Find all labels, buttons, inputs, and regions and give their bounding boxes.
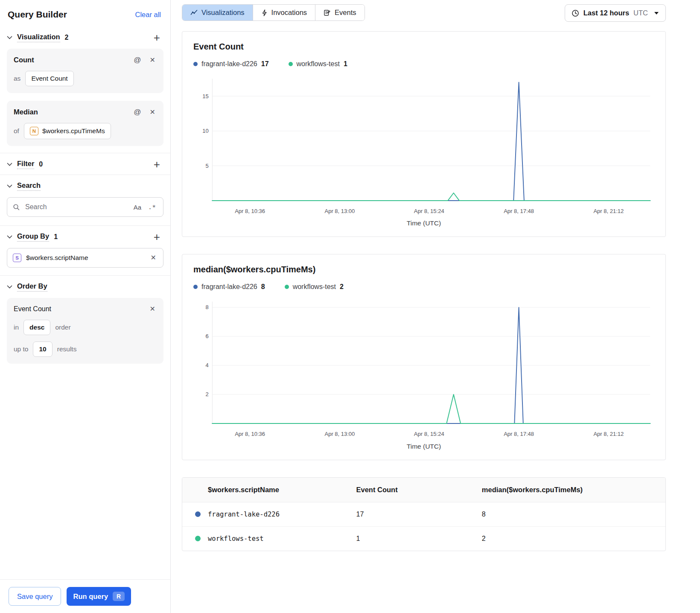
svg-text:Apr 8, 17:48: Apr 8, 17:48 bbox=[504, 431, 534, 437]
legend-series-name: workflows-test bbox=[297, 60, 340, 68]
of-label: of bbox=[14, 127, 19, 135]
table-header-row: $workers.scriptName Event Count median($… bbox=[182, 478, 665, 502]
order-label: order bbox=[55, 324, 70, 331]
chevron-down-icon[interactable] bbox=[7, 163, 12, 166]
add-visualization-button[interactable]: + bbox=[153, 34, 161, 41]
svg-text:Apr 8, 13:00: Apr 8, 13:00 bbox=[324, 208, 355, 214]
chart-legend: fragrant-lake-d226 17 workflows-test 1 bbox=[193, 60, 654, 68]
legend-series-value: 17 bbox=[261, 60, 269, 68]
chevron-down-icon[interactable] bbox=[7, 36, 12, 39]
tab-invocations[interactable]: Invocations bbox=[253, 5, 315, 20]
filter-section-label: Filter bbox=[17, 160, 34, 169]
add-filter-button[interactable]: + bbox=[153, 161, 161, 168]
remove-median-icon[interactable]: ✕ bbox=[149, 108, 157, 117]
event-count-value: 1 bbox=[356, 535, 482, 543]
group-by-field-value: $workers.scriptName bbox=[26, 254, 145, 262]
run-query-button[interactable]: Run query R bbox=[67, 587, 131, 606]
legend-item[interactable]: workflows-test 1 bbox=[289, 60, 347, 68]
order-direction-selector[interactable]: desc bbox=[23, 320, 50, 335]
search-input[interactable] bbox=[24, 203, 128, 211]
page-title: Query Builder bbox=[8, 9, 67, 20]
clear-all-button[interactable]: Clear all bbox=[135, 11, 161, 19]
as-label: as bbox=[14, 75, 20, 82]
median-field-selector[interactable]: N $workers.cpuTimeMs bbox=[24, 123, 111, 139]
result-limit-field[interactable]: 10 bbox=[33, 342, 52, 357]
legend-series-value: 8 bbox=[261, 283, 265, 291]
tab-events-label: Events bbox=[335, 9, 356, 17]
match-case-icon[interactable]: Aa bbox=[132, 203, 143, 212]
visualization-card-median: Median @ ✕ of N $workers.cpuTimeMs bbox=[7, 101, 163, 146]
svg-text:8: 8 bbox=[205, 304, 208, 311]
tab-visualizations[interactable]: Visualizations bbox=[182, 5, 253, 20]
order-by-field: Event Count bbox=[14, 305, 143, 313]
legend-dot bbox=[193, 62, 198, 66]
up-to-label: up to bbox=[14, 345, 28, 353]
order-by-section-header: Order By bbox=[0, 276, 170, 297]
chevron-down-icon[interactable] bbox=[7, 285, 12, 289]
tab-visualizations-label: Visualizations bbox=[201, 9, 245, 17]
column-header-median: median($workers.cpuTimeMs) bbox=[482, 486, 665, 494]
x-axis-title: Time (UTC) bbox=[193, 443, 654, 453]
chart-title: Event Count bbox=[193, 42, 654, 52]
search-box: Aa .* bbox=[7, 197, 163, 217]
search-section-label: Search bbox=[17, 181, 41, 191]
legend-series-name: fragrant-lake-d226 bbox=[201, 60, 257, 68]
script-name: workflows-test bbox=[208, 535, 264, 543]
group-by-count: 1 bbox=[54, 233, 58, 241]
remove-count-icon[interactable]: ✕ bbox=[149, 56, 157, 64]
filter-section-header: Filter 0 + bbox=[0, 153, 170, 175]
timezone-label: UTC bbox=[633, 9, 648, 17]
median-value: 8 bbox=[482, 511, 665, 518]
results-label: results bbox=[57, 345, 77, 353]
svg-text:Apr 8, 13:00: Apr 8, 13:00 bbox=[324, 431, 355, 437]
regex-icon[interactable]: .* bbox=[147, 203, 158, 211]
event-count-value: 17 bbox=[356, 511, 482, 518]
legend-item[interactable]: fragrant-lake-d226 17 bbox=[193, 60, 269, 68]
svg-text:Apr 8, 10:36: Apr 8, 10:36 bbox=[235, 431, 265, 437]
save-query-button[interactable]: Save query bbox=[9, 587, 61, 606]
legend-item[interactable]: fragrant-lake-d226 8 bbox=[193, 283, 265, 291]
legend-series-value: 1 bbox=[344, 60, 347, 68]
count-card-title: Count bbox=[14, 56, 126, 64]
table-row[interactable]: workflows-test 1 2 bbox=[182, 527, 665, 551]
chevron-down-icon[interactable] bbox=[7, 235, 12, 239]
lightning-icon bbox=[261, 9, 268, 16]
search-icon bbox=[13, 204, 20, 211]
legend-series-name: fragrant-lake-d226 bbox=[201, 283, 257, 291]
column-header-event-count: Event Count bbox=[356, 486, 482, 494]
legend-item[interactable]: workflows-test 2 bbox=[285, 283, 344, 291]
view-tabs: Visualizations Invocations Events bbox=[182, 4, 365, 21]
svg-text:Apr 8, 15:24: Apr 8, 15:24 bbox=[414, 431, 444, 437]
group-by-item[interactable]: S $workers.scriptName ✕ bbox=[7, 248, 163, 268]
results-table: $workers.scriptName Event Count median($… bbox=[182, 477, 666, 551]
sidebar-footer: Save query Run query R bbox=[0, 579, 170, 613]
median-cpu-chart-card: median($workers.cpuTimeMs) fragrant-lake… bbox=[182, 254, 666, 460]
visualization-card-count: Count @ ✕ as Event Count bbox=[7, 49, 163, 93]
chevron-down-icon[interactable] bbox=[7, 184, 12, 188]
script-name: fragrant-lake-d226 bbox=[208, 511, 280, 518]
table-row[interactable]: fragrant-lake-d226 17 8 bbox=[182, 502, 665, 527]
order-by-card: Event Count ✕ in desc order up to 10 res… bbox=[7, 298, 163, 364]
add-group-by-button[interactable]: + bbox=[153, 233, 161, 241]
time-range-selector[interactable]: Last 12 hours UTC bbox=[565, 4, 666, 22]
svg-text:10: 10 bbox=[202, 128, 208, 134]
group-by-section-header: Group By 1 + bbox=[0, 226, 170, 247]
x-axis-title: Time (UTC) bbox=[193, 219, 654, 230]
count-alias-field[interactable]: Event Count bbox=[25, 71, 73, 86]
median-value: 2 bbox=[482, 535, 665, 543]
alias-icon[interactable]: @ bbox=[132, 55, 142, 64]
alias-icon[interactable]: @ bbox=[132, 108, 142, 117]
svg-text:Apr 8, 21:12: Apr 8, 21:12 bbox=[593, 431, 624, 437]
legend-dot bbox=[289, 62, 293, 66]
run-query-shortcut-badge: R bbox=[113, 592, 125, 601]
remove-order-by-icon[interactable]: ✕ bbox=[149, 305, 157, 313]
tab-events[interactable]: Events bbox=[315, 5, 364, 20]
main-header: Visualizations Invocations Events Last 1… bbox=[182, 4, 666, 22]
chart-legend: fragrant-lake-d226 8 workflows-test 2 bbox=[193, 283, 654, 291]
column-header-script-name: $workers.scriptName bbox=[182, 486, 356, 494]
query-builder-sidebar: Query Builder Clear all Visualization 2 … bbox=[0, 0, 171, 613]
tab-invocations-label: Invocations bbox=[271, 9, 307, 17]
order-by-section-label: Order By bbox=[17, 282, 47, 292]
legend-dot bbox=[193, 285, 198, 289]
remove-group-by-icon[interactable]: ✕ bbox=[149, 254, 158, 262]
